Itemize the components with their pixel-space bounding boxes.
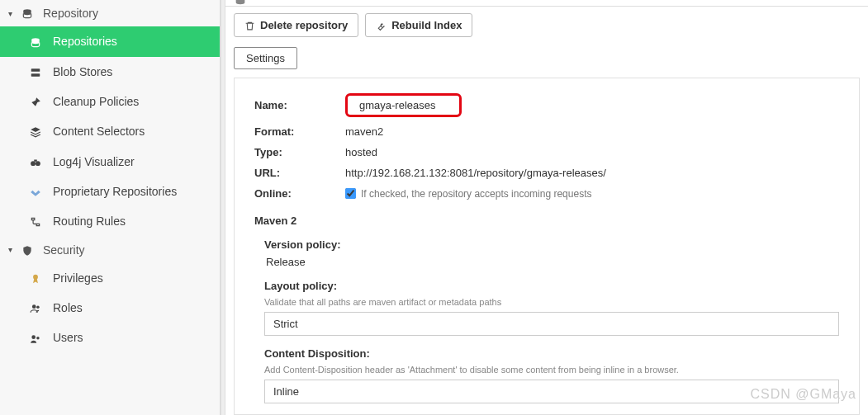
svg-point-4	[31, 161, 36, 166]
users-icon	[30, 301, 48, 314]
sidebar-item-label: Content Selectors	[53, 125, 145, 138]
online-hint: If checked, the repository accepts incom…	[361, 188, 591, 200]
caret-down-icon: ▾	[8, 9, 18, 18]
svg-rect-6	[34, 159, 37, 161]
sidebar-item-proprietary-repositories[interactable]: Proprietary Repositories	[0, 177, 220, 206]
sidebar-item-label: Roles	[53, 301, 83, 314]
breadcrumb-strip	[225, 0, 868, 7]
brush-icon	[30, 95, 48, 108]
route-icon	[30, 215, 48, 228]
trash-icon	[244, 19, 255, 31]
button-label: Delete repository	[260, 19, 348, 31]
field-label-name: Name:	[254, 99, 345, 111]
sidebar-item-label: Log4j Visualizer	[53, 155, 135, 168]
svg-point-8	[32, 305, 36, 309]
sidebar-group-label: Repository	[43, 7, 98, 20]
shield-icon	[21, 243, 36, 256]
user-group-icon	[30, 331, 48, 344]
layers-icon	[30, 125, 48, 138]
button-label: Rebuild Index	[391, 19, 462, 31]
wrench-icon	[376, 19, 387, 31]
field-label-online: Online:	[254, 187, 345, 200]
sidebar: ▾ Repository Repositories Blob Stores Cl…	[0, 0, 221, 415]
sidebar-item-roles[interactable]: Roles	[0, 293, 220, 323]
binoculars-icon	[30, 154, 48, 167]
svg-point-9	[36, 306, 40, 309]
repository-url-value: http://192.168.21.132:8081/repository/gm…	[345, 167, 606, 179]
svg-point-7	[33, 275, 38, 280]
field-label-version-policy: Version policy:	[264, 238, 839, 251]
svg-point-10	[31, 335, 36, 339]
settings-panel: Name: gmaya-releases Format: maven2 Type…	[234, 78, 860, 415]
sidebar-item-label: Routing Rules	[53, 215, 126, 228]
settings-tab[interactable]: Settings	[234, 47, 297, 69]
field-label-type: Type:	[254, 146, 345, 158]
main-content: Delete repository Rebuild Index Settings…	[225, 0, 868, 415]
rebuild-index-button[interactable]: Rebuild Index	[365, 13, 472, 37]
sidebar-item-content-selectors[interactable]: Content Selectors	[0, 116, 220, 146]
field-label-layout-policy: Layout policy:	[264, 280, 839, 292]
sidebar-item-repositories[interactable]: Repositories	[0, 26, 220, 56]
sidebar-item-label: Proprietary Repositories	[53, 185, 177, 198]
sidebar-item-label: Cleanup Policies	[53, 95, 139, 108]
content-disposition-select[interactable]: Inline	[264, 380, 839, 403]
database-icon	[30, 35, 48, 48]
svg-rect-3	[31, 73, 40, 77]
ribbon-icon	[30, 271, 48, 285]
repository-type-value: hosted	[345, 146, 377, 158]
sidebar-item-blob-stores[interactable]: Blob Stores	[0, 57, 220, 87]
sidebar-item-label: Repositories	[53, 35, 117, 48]
version-policy-value: Release	[266, 256, 839, 268]
layout-policy-hint: Validate that all paths are maven artifa…	[264, 297, 839, 307]
field-label-format: Format:	[254, 125, 345, 138]
field-label-url: URL:	[254, 167, 345, 179]
handshake-icon	[30, 185, 48, 198]
caret-down-icon: ▾	[8, 245, 18, 254]
toolbar: Delete repository Rebuild Index	[225, 7, 868, 44]
sidebar-item-users[interactable]: Users	[0, 323, 220, 352]
section-title-maven2: Maven 2	[254, 215, 839, 227]
repository-format-value: maven2	[345, 125, 383, 138]
sidebar-group-label: Security	[43, 243, 85, 257]
sidebar-item-cleanup-policies[interactable]: Cleanup Policies	[0, 87, 220, 116]
sidebar-group-security[interactable]: ▾ Security	[0, 236, 220, 262]
delete-repository-button[interactable]: Delete repository	[234, 13, 358, 37]
server-icon	[30, 65, 48, 78]
svg-point-11	[36, 337, 40, 340]
online-checkbox[interactable]	[345, 188, 356, 199]
svg-rect-2	[31, 68, 40, 72]
sidebar-item-log4j-visualizer[interactable]: Log4j Visualizer	[0, 146, 220, 176]
content-disposition-hint: Add Content-Disposition header as 'Attac…	[264, 365, 839, 375]
sidebar-group-repository[interactable]: ▾ Repository	[0, 0, 220, 26]
sidebar-item-routing-rules[interactable]: Routing Rules	[0, 206, 220, 236]
repository-name-value: gmaya-releases	[345, 93, 462, 117]
sidebar-item-privileges[interactable]: Privileges	[0, 263, 220, 293]
database-icon	[21, 7, 36, 20]
field-label-content-disposition: Content Disposition:	[264, 347, 839, 360]
layout-policy-select[interactable]: Strict	[264, 312, 839, 336]
sidebar-item-label: Blob Stores	[53, 65, 112, 78]
svg-point-5	[36, 161, 40, 166]
sidebar-item-label: Privileges	[53, 271, 103, 285]
sidebar-item-label: Users	[53, 331, 83, 344]
